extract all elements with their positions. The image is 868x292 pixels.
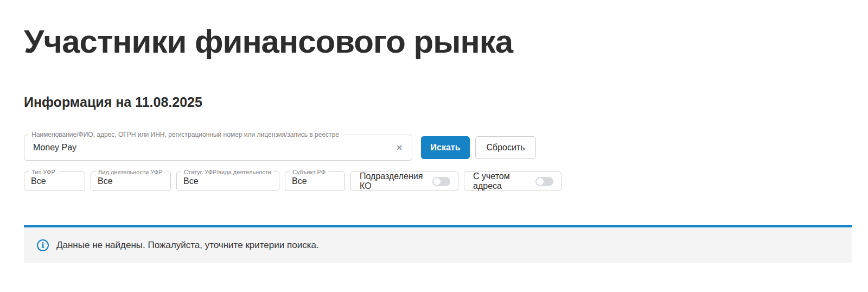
toggle-ko-branches-label: Подразделения КО	[360, 172, 426, 191]
filter-activity-kind-value: Все	[98, 176, 113, 186]
toggle-ko-branches-switch[interactable]	[432, 177, 450, 186]
toggle-with-address[interactable]: С учетом адреса	[464, 172, 561, 191]
info-icon: i	[37, 239, 49, 251]
info-date-heading: Информация на 11.08.2025	[24, 94, 852, 110]
search-field: Наименование/ФИО, адрес, ОГРН или ИНН, р…	[24, 135, 412, 161]
filter-status[interactable]: Статус УФР/вида деятельности Все	[176, 172, 279, 191]
clear-search-icon[interactable]: ✕	[391, 139, 407, 156]
no-data-message: Данные не найдены. Пожалуйста, уточните …	[56, 240, 319, 251]
toggle-with-address-label: С учетом адреса	[473, 172, 529, 191]
filter-row: Тип УФР Все Вид деятельности УФР Все Ста…	[24, 172, 852, 191]
main-content: Участники финансового рынка Информация н…	[24, 24, 852, 263]
search-button[interactable]: Искать	[421, 136, 470, 159]
filter-status-value: Все	[183, 176, 199, 186]
results-info-banner: i Данные не найдены. Пожалуйста, уточнит…	[24, 225, 852, 263]
filter-activity-kind-label: Вид деятельности УФР	[95, 168, 165, 176]
toggle-with-address-switch[interactable]	[535, 177, 553, 186]
search-row: Наименование/ФИО, адрес, ОГРН или ИНН, р…	[24, 135, 852, 161]
search-input[interactable]	[24, 135, 391, 160]
toggle-knob	[433, 178, 441, 185]
page-title: Участники финансового рынка	[24, 24, 852, 60]
filter-activity-kind[interactable]: Вид деятельности УФР Все	[91, 172, 171, 191]
filter-ufr-type[interactable]: Тип УФР Все	[24, 172, 85, 191]
filter-ufr-type-label: Тип УФР	[29, 168, 58, 176]
search-field-label: Наименование/ФИО, адрес, ОГРН или ИНН, р…	[29, 131, 342, 138]
toggle-ko-branches[interactable]: Подразделения КО	[350, 172, 458, 191]
filter-ufr-type-value: Все	[31, 176, 46, 186]
toggle-knob	[537, 178, 544, 185]
filter-region[interactable]: Субъект РФ Все	[285, 172, 345, 191]
filter-status-label: Статус УФР/вида деятельности	[181, 168, 274, 176]
filter-region-value: Все	[292, 176, 307, 186]
reset-button[interactable]: Сбросить	[475, 136, 536, 159]
filter-region-label: Субъект РФ	[290, 168, 328, 176]
